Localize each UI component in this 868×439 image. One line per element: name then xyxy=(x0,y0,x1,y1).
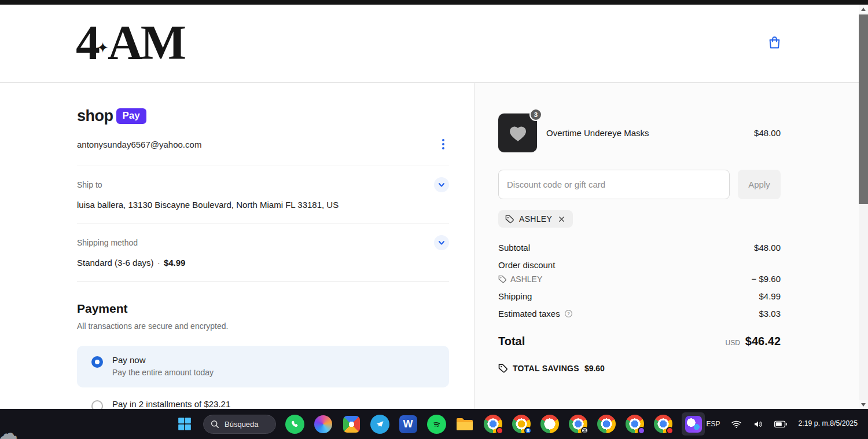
folder-icon xyxy=(456,417,473,431)
radio-unselected-icon[interactable] xyxy=(91,400,103,409)
shipping-method-section: Shipping method Standard (3-6 days) · $4… xyxy=(77,224,449,281)
payment-option-label: Pay now xyxy=(112,355,214,365)
apply-discount-button[interactable]: Apply xyxy=(738,170,781,199)
chrome-profile-7-icon[interactable] xyxy=(653,414,673,434)
bag-icon xyxy=(767,35,782,50)
file-explorer-icon[interactable] xyxy=(455,414,475,434)
cart-button[interactable] xyxy=(764,32,785,54)
language-indicator[interactable]: ESP xyxy=(705,419,721,429)
scrollbar xyxy=(859,5,868,409)
notification-badge xyxy=(666,427,674,434)
brand-text-right: AM xyxy=(108,16,184,69)
taskbar-pinned-apps: Búsqueda W xyxy=(175,412,705,436)
brand-logo[interactable]: 4✦AM xyxy=(76,17,184,68)
window-top-strip xyxy=(0,0,868,5)
pinned-app-icon[interactable] xyxy=(341,414,361,434)
taskbar: ☁ Búsqueda W xyxy=(0,409,868,439)
search-label: Búsqueda xyxy=(225,420,259,429)
total-row: Total USD $46.42 xyxy=(498,335,781,348)
site-header: 4✦AM xyxy=(0,5,859,83)
discount-form: Apply xyxy=(498,170,781,199)
taskbar-search[interactable]: Búsqueda xyxy=(203,415,276,434)
quantity-badge: 3 xyxy=(529,108,542,121)
shipping-method-name: Standard (3-6 days) xyxy=(77,258,154,268)
shop-wordmark: shop xyxy=(77,107,113,125)
chrome-profile-1-icon[interactable] xyxy=(483,414,503,434)
chrome-profile-5-icon[interactable] xyxy=(597,414,616,434)
chrome-profile-2-icon[interactable]: S xyxy=(512,414,531,434)
pay-badge: Pay xyxy=(116,108,146,124)
applied-discount-chip: ASHLEY xyxy=(498,210,573,228)
taxes-value: $3.03 xyxy=(759,309,781,319)
arrow-down-icon xyxy=(861,403,866,407)
discount-code-label: ASHLEY xyxy=(519,214,552,224)
radio-selected-icon[interactable] xyxy=(91,356,103,368)
account-row: antonysunday6567@yahoo.com xyxy=(77,137,449,152)
checkout-main: shop Pay antonysunday6567@yahoo.com Ship… xyxy=(0,83,859,409)
start-button[interactable] xyxy=(175,414,194,434)
scroll-up-button[interactable] xyxy=(859,5,868,13)
spotify-icon[interactable] xyxy=(426,414,446,434)
shipping-method-expand-button[interactable] xyxy=(434,235,449,250)
total-value: $46.42 xyxy=(745,335,781,348)
clock[interactable]: 2:19 p. m. 8/5/2025 xyxy=(797,418,859,430)
battery-icon[interactable] xyxy=(773,419,788,429)
order-discount-label: Order discount xyxy=(498,260,555,270)
discount-code-input[interactable] xyxy=(498,170,730,199)
notification-badge xyxy=(638,427,645,434)
total-currency: USD xyxy=(725,339,740,347)
tray-date: 8/5/2025 xyxy=(830,419,858,429)
tag-icon xyxy=(498,275,506,283)
payment-subtitle: All transactions are secure and encrypte… xyxy=(77,321,449,331)
chrome-profile-4-icon[interactable] xyxy=(568,414,588,434)
screen: 4✦AM shop Pay antonysunday6567@yahoo.com… xyxy=(0,0,868,439)
tag-icon xyxy=(505,215,514,224)
total-savings-value: $9.60 xyxy=(584,364,605,373)
payment-option-pay-now[interactable]: Pay now Pay the entire amount today xyxy=(77,346,449,387)
windows-icon xyxy=(177,416,192,431)
ship-to-section: Ship to luisa ballera, 13130 Biscayne Bo… xyxy=(77,166,449,224)
shipping-method-value: Standard (3-6 days) · $4.99 xyxy=(77,258,449,268)
payment-option-installments[interactable]: Pay in 2 installments of $23.21 Pay ever… xyxy=(77,390,449,409)
avatar-badge xyxy=(581,427,589,434)
shipping-row: Shipping $4.99 xyxy=(498,291,781,301)
copilot-icon[interactable] xyxy=(313,414,333,434)
notification-badge xyxy=(496,427,503,434)
kebab-icon xyxy=(442,139,444,141)
line-item: 3 Overtime Undereye Masks $48.00 xyxy=(498,114,781,152)
total-savings-label: TOTAL SAVINGS xyxy=(513,364,579,373)
ship-to-expand-button[interactable] xyxy=(434,177,449,192)
chrome-profile-3-icon[interactable] xyxy=(540,414,560,434)
shipping-label: Shipping xyxy=(498,291,532,301)
subtotal-row: Subtotal $48.00 xyxy=(498,243,781,253)
word-icon[interactable]: W xyxy=(398,414,418,434)
volume-icon[interactable] xyxy=(752,418,764,430)
whatsapp-icon[interactable] xyxy=(285,414,304,434)
order-discount-row: Order discount xyxy=(498,260,781,270)
remove-discount-button[interactable] xyxy=(557,215,566,224)
scrollbar-thumb[interactable] xyxy=(859,14,868,204)
taxes-label: Estimated taxes xyxy=(498,309,560,319)
account-menu-button[interactable] xyxy=(437,137,449,152)
chrome-profile-6-icon[interactable] xyxy=(625,414,645,434)
total-savings-row: TOTAL SAVINGS $9.60 xyxy=(498,364,781,373)
close-icon xyxy=(558,216,565,222)
order-discount-code-row: ASHLEY − $9.60 xyxy=(498,274,781,284)
active-app-icon[interactable] xyxy=(682,412,705,436)
scroll-down-button[interactable] xyxy=(859,400,868,409)
shipping-method-label: Shipping method xyxy=(77,238,138,247)
checkout-form: shop Pay antonysunday6567@yahoo.com Ship… xyxy=(77,83,449,409)
help-icon[interactable]: ? xyxy=(564,309,573,318)
system-tray: ESP 2:19 p. m. 8/5/2025 xyxy=(705,418,859,430)
wifi-icon[interactable] xyxy=(730,418,743,430)
total-label: Total xyxy=(498,335,525,348)
divider xyxy=(77,281,449,282)
shipping-method-price: $4.99 xyxy=(164,258,186,268)
customer-email: antonysunday6567@yahoo.com xyxy=(77,140,201,149)
shop-pay-logo: shop Pay xyxy=(77,107,449,125)
svg-text:?: ? xyxy=(567,311,570,316)
tray-time: 2:19 p. m. xyxy=(798,419,830,429)
telegram-icon[interactable] xyxy=(370,414,389,434)
widgets-weather-icon[interactable]: ☁ xyxy=(0,420,19,439)
tag-icon xyxy=(498,364,507,373)
